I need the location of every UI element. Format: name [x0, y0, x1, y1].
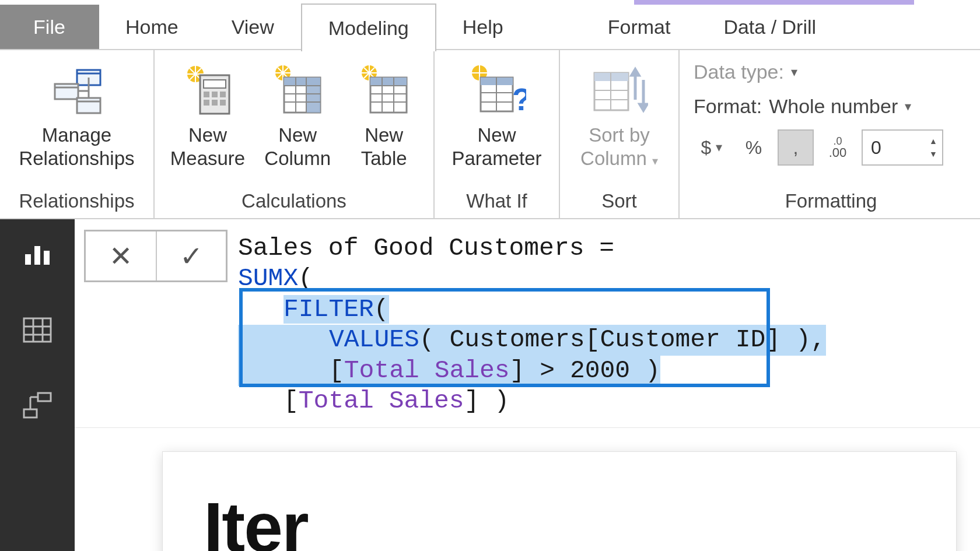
- decimal-button[interactable]: .0.00: [820, 129, 856, 166]
- sort-by-column-button[interactable]: Sort by Column ▾: [573, 57, 665, 174]
- svg-rect-20: [220, 100, 226, 106]
- fn-values: VALUES: [329, 325, 419, 354]
- currency-button[interactable]: $ ▾: [694, 129, 730, 166]
- svg-rect-17: [220, 92, 226, 97]
- group-label-whatif: What If: [439, 187, 554, 213]
- format-value: Whole number: [769, 95, 898, 118]
- measure-ref: Total Sales: [344, 356, 510, 385]
- tab-home[interactable]: Home: [99, 5, 205, 49]
- tab-help[interactable]: Help: [436, 5, 530, 49]
- new-column-icon: [268, 62, 327, 120]
- currency-label: $: [701, 137, 712, 159]
- svg-rect-18: [204, 100, 209, 106]
- new-table-icon: [355, 62, 413, 120]
- svg-rect-72: [38, 393, 51, 401]
- rest: ] > 2000 ): [510, 356, 660, 385]
- sort-icon: [590, 62, 648, 120]
- bracket: [: [329, 356, 344, 385]
- tab-data-drill[interactable]: Data / Drill: [697, 5, 843, 49]
- commit-button[interactable]: ✓: [156, 231, 226, 280]
- view-rail: [0, 219, 75, 551]
- table-icon: [23, 317, 52, 343]
- svg-rect-64: [25, 254, 31, 265]
- decimal-icon-label: .00: [829, 146, 847, 159]
- formula-editor[interactable]: Sales of Good Customers = SUMX( FILTER( …: [238, 230, 980, 417]
- group-label-calculations: Calculations: [159, 187, 429, 213]
- svg-rect-19: [212, 100, 218, 106]
- ribbon-tabs: File Home View Modeling Help Format Data…: [0, 5, 980, 50]
- fn-filter: FILTER: [284, 295, 374, 324]
- percent-button[interactable]: %: [736, 129, 772, 166]
- svg-rect-16: [212, 92, 218, 97]
- relationships-icon: [48, 62, 106, 120]
- svg-rect-65: [34, 246, 40, 265]
- new-column-label: New Column: [264, 124, 331, 170]
- manage-relationships-label: Manage Relationships: [19, 124, 134, 170]
- tab-format[interactable]: Format: [582, 5, 698, 49]
- fn-sumx: SUMX: [238, 264, 298, 293]
- svg-marker-61: [632, 69, 639, 75]
- svg-rect-66: [44, 251, 50, 265]
- report-canvas[interactable]: Iter: [75, 427, 980, 551]
- calculator-icon: [178, 62, 237, 120]
- svg-marker-63: [640, 104, 647, 110]
- svg-text:?: ?: [512, 82, 526, 117]
- decimal-places-spinner[interactable]: 0 ▲▼: [862, 129, 943, 166]
- group-label-sort: Sort: [565, 187, 674, 213]
- measure-ref: Total Sales: [299, 387, 464, 415]
- new-measure-button[interactable]: New Measure: [163, 57, 252, 174]
- new-column-button[interactable]: New Column: [257, 57, 338, 174]
- bar-chart-icon: [23, 241, 52, 267]
- tab-view[interactable]: View: [205, 5, 301, 49]
- format-row[interactable]: Format: Whole number ▾: [694, 95, 968, 118]
- svg-rect-28: [306, 78, 320, 113]
- chevron-down-icon: ▾: [716, 140, 722, 155]
- decimal-places-value: 0: [863, 137, 925, 159]
- format-label: Format:: [694, 95, 762, 118]
- ribbon: Manage Relationships Relationships N: [0, 50, 980, 219]
- group-label-formatting: Formatting: [694, 187, 968, 213]
- data-view-button[interactable]: [20, 313, 55, 348]
- data-type-row[interactable]: Data type: ▾: [694, 61, 968, 83]
- model-view-button[interactable]: [20, 388, 55, 423]
- context-tab-accent: [634, 0, 914, 5]
- group-label-relationships: Relationships: [5, 187, 149, 213]
- rest: ] ): [464, 387, 509, 415]
- canvas-text-card[interactable]: Iter: [162, 451, 957, 551]
- tab-modeling[interactable]: Modeling: [301, 3, 436, 51]
- svg-rect-4: [77, 98, 100, 113]
- svg-rect-2: [55, 84, 78, 99]
- cancel-button[interactable]: ✕: [86, 231, 156, 280]
- paren: (: [298, 264, 313, 293]
- new-table-button[interactable]: New Table: [343, 57, 425, 174]
- chevron-down-icon: ▾: [791, 65, 797, 80]
- svg-rect-15: [204, 92, 209, 97]
- tab-file[interactable]: File: [0, 5, 99, 49]
- new-parameter-button[interactable]: ? New Parameter: [444, 57, 548, 174]
- formula-action-buttons: ✕ ✓: [84, 230, 228, 282]
- report-view-button[interactable]: [20, 237, 55, 272]
- canvas-big-text: Iter: [204, 487, 915, 551]
- data-type-label: Data type:: [694, 61, 784, 83]
- svg-rect-73: [24, 409, 37, 417]
- model-icon: [22, 392, 53, 420]
- bracket: [: [284, 387, 299, 415]
- thousands-separator-button[interactable]: ,: [778, 129, 814, 166]
- svg-rect-14: [204, 80, 226, 88]
- new-table-label: New Table: [361, 124, 407, 170]
- new-parameter-label: New Parameter: [452, 124, 541, 170]
- manage-relationships-button[interactable]: Manage Relationships: [12, 57, 141, 174]
- parameter-icon: ?: [468, 62, 526, 120]
- measure-name: Sales of Good Customers =: [238, 234, 629, 262]
- spinner-arrows[interactable]: ▲▼: [925, 135, 942, 160]
- args: ( Customers[Customer ID] ),: [419, 325, 826, 354]
- formula-bar: ✕ ✓ Sales of Good Customers = SUMX( FILT…: [75, 219, 980, 427]
- svg-rect-40: [370, 78, 407, 86]
- sort-by-column-label: Sort by Column ▾: [580, 124, 658, 170]
- chevron-down-icon: ▾: [652, 155, 658, 167]
- paren: (: [374, 295, 389, 324]
- chevron-down-icon: ▾: [905, 99, 911, 114]
- new-measure-label: New Measure: [170, 124, 245, 170]
- svg-rect-67: [24, 318, 51, 342]
